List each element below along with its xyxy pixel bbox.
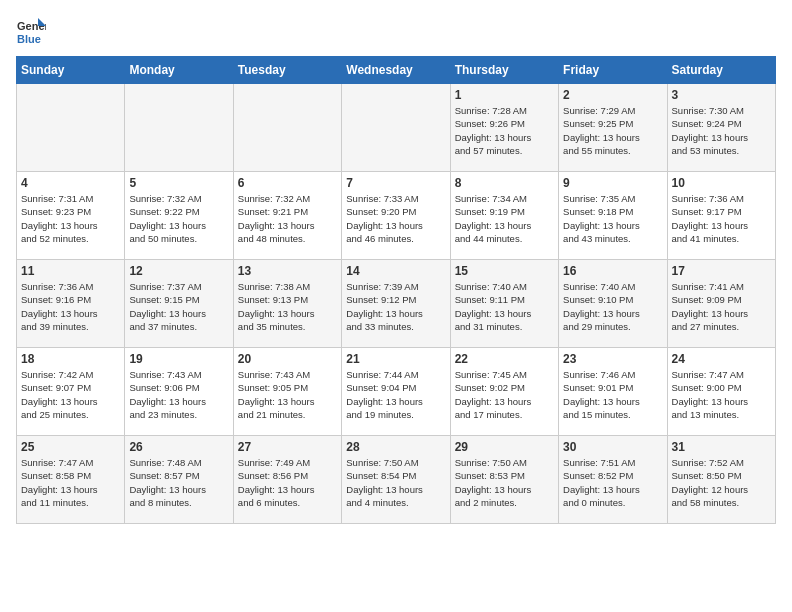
calendar-cell: 20Sunrise: 7:43 AM Sunset: 9:05 PM Dayli… — [233, 348, 341, 436]
day-number: 12 — [129, 264, 228, 278]
calendar-cell: 3Sunrise: 7:30 AM Sunset: 9:24 PM Daylig… — [667, 84, 775, 172]
day-info: Sunrise: 7:34 AM Sunset: 9:19 PM Dayligh… — [455, 192, 554, 245]
day-info: Sunrise: 7:48 AM Sunset: 8:57 PM Dayligh… — [129, 456, 228, 509]
calendar-cell: 17Sunrise: 7:41 AM Sunset: 9:09 PM Dayli… — [667, 260, 775, 348]
day-header-thursday: Thursday — [450, 57, 558, 84]
day-headers-row: SundayMondayTuesdayWednesdayThursdayFrid… — [17, 57, 776, 84]
day-header-friday: Friday — [559, 57, 667, 84]
calendar-cell: 14Sunrise: 7:39 AM Sunset: 9:12 PM Dayli… — [342, 260, 450, 348]
calendar-cell: 21Sunrise: 7:44 AM Sunset: 9:04 PM Dayli… — [342, 348, 450, 436]
day-info: Sunrise: 7:39 AM Sunset: 9:12 PM Dayligh… — [346, 280, 445, 333]
day-number: 31 — [672, 440, 771, 454]
day-info: Sunrise: 7:31 AM Sunset: 9:23 PM Dayligh… — [21, 192, 120, 245]
day-number: 3 — [672, 88, 771, 102]
day-number: 4 — [21, 176, 120, 190]
day-info: Sunrise: 7:51 AM Sunset: 8:52 PM Dayligh… — [563, 456, 662, 509]
day-info: Sunrise: 7:44 AM Sunset: 9:04 PM Dayligh… — [346, 368, 445, 421]
day-info: Sunrise: 7:41 AM Sunset: 9:09 PM Dayligh… — [672, 280, 771, 333]
logo-icon: General Blue — [16, 16, 46, 46]
day-number: 7 — [346, 176, 445, 190]
day-info: Sunrise: 7:30 AM Sunset: 9:24 PM Dayligh… — [672, 104, 771, 157]
day-number: 2 — [563, 88, 662, 102]
day-info: Sunrise: 7:38 AM Sunset: 9:13 PM Dayligh… — [238, 280, 337, 333]
day-number: 20 — [238, 352, 337, 366]
day-info: Sunrise: 7:43 AM Sunset: 9:05 PM Dayligh… — [238, 368, 337, 421]
day-header-saturday: Saturday — [667, 57, 775, 84]
day-info: Sunrise: 7:50 AM Sunset: 8:54 PM Dayligh… — [346, 456, 445, 509]
day-info: Sunrise: 7:40 AM Sunset: 9:11 PM Dayligh… — [455, 280, 554, 333]
calendar-cell: 1Sunrise: 7:28 AM Sunset: 9:26 PM Daylig… — [450, 84, 558, 172]
day-number: 8 — [455, 176, 554, 190]
header: General Blue — [16, 16, 776, 46]
calendar-cell: 27Sunrise: 7:49 AM Sunset: 8:56 PM Dayli… — [233, 436, 341, 524]
day-info: Sunrise: 7:43 AM Sunset: 9:06 PM Dayligh… — [129, 368, 228, 421]
calendar-cell: 10Sunrise: 7:36 AM Sunset: 9:17 PM Dayli… — [667, 172, 775, 260]
day-number: 21 — [346, 352, 445, 366]
day-number: 30 — [563, 440, 662, 454]
calendar-cell: 31Sunrise: 7:52 AM Sunset: 8:50 PM Dayli… — [667, 436, 775, 524]
day-number: 18 — [21, 352, 120, 366]
day-info: Sunrise: 7:42 AM Sunset: 9:07 PM Dayligh… — [21, 368, 120, 421]
day-info: Sunrise: 7:32 AM Sunset: 9:21 PM Dayligh… — [238, 192, 337, 245]
calendar-cell: 25Sunrise: 7:47 AM Sunset: 8:58 PM Dayli… — [17, 436, 125, 524]
day-number: 6 — [238, 176, 337, 190]
day-info: Sunrise: 7:46 AM Sunset: 9:01 PM Dayligh… — [563, 368, 662, 421]
calendar-cell — [233, 84, 341, 172]
day-info: Sunrise: 7:33 AM Sunset: 9:20 PM Dayligh… — [346, 192, 445, 245]
calendar-cell: 18Sunrise: 7:42 AM Sunset: 9:07 PM Dayli… — [17, 348, 125, 436]
day-info: Sunrise: 7:29 AM Sunset: 9:25 PM Dayligh… — [563, 104, 662, 157]
day-info: Sunrise: 7:45 AM Sunset: 9:02 PM Dayligh… — [455, 368, 554, 421]
day-header-tuesday: Tuesday — [233, 57, 341, 84]
day-number: 17 — [672, 264, 771, 278]
day-header-monday: Monday — [125, 57, 233, 84]
calendar-cell: 19Sunrise: 7:43 AM Sunset: 9:06 PM Dayli… — [125, 348, 233, 436]
calendar-cell: 6Sunrise: 7:32 AM Sunset: 9:21 PM Daylig… — [233, 172, 341, 260]
calendar-cell — [17, 84, 125, 172]
day-info: Sunrise: 7:47 AM Sunset: 8:58 PM Dayligh… — [21, 456, 120, 509]
day-info: Sunrise: 7:28 AM Sunset: 9:26 PM Dayligh… — [455, 104, 554, 157]
day-number: 13 — [238, 264, 337, 278]
svg-text:Blue: Blue — [17, 33, 41, 45]
calendar-cell: 26Sunrise: 7:48 AM Sunset: 8:57 PM Dayli… — [125, 436, 233, 524]
day-info: Sunrise: 7:49 AM Sunset: 8:56 PM Dayligh… — [238, 456, 337, 509]
calendar-week-4: 18Sunrise: 7:42 AM Sunset: 9:07 PM Dayli… — [17, 348, 776, 436]
calendar-cell: 2Sunrise: 7:29 AM Sunset: 9:25 PM Daylig… — [559, 84, 667, 172]
day-number: 23 — [563, 352, 662, 366]
day-number: 5 — [129, 176, 228, 190]
calendar-cell: 24Sunrise: 7:47 AM Sunset: 9:00 PM Dayli… — [667, 348, 775, 436]
day-number: 9 — [563, 176, 662, 190]
calendar-cell: 30Sunrise: 7:51 AM Sunset: 8:52 PM Dayli… — [559, 436, 667, 524]
calendar-cell: 5Sunrise: 7:32 AM Sunset: 9:22 PM Daylig… — [125, 172, 233, 260]
calendar-cell: 23Sunrise: 7:46 AM Sunset: 9:01 PM Dayli… — [559, 348, 667, 436]
day-info: Sunrise: 7:32 AM Sunset: 9:22 PM Dayligh… — [129, 192, 228, 245]
calendar-week-1: 1Sunrise: 7:28 AM Sunset: 9:26 PM Daylig… — [17, 84, 776, 172]
calendar-cell: 7Sunrise: 7:33 AM Sunset: 9:20 PM Daylig… — [342, 172, 450, 260]
day-info: Sunrise: 7:36 AM Sunset: 9:17 PM Dayligh… — [672, 192, 771, 245]
calendar-week-3: 11Sunrise: 7:36 AM Sunset: 9:16 PM Dayli… — [17, 260, 776, 348]
day-number: 27 — [238, 440, 337, 454]
calendar-cell: 15Sunrise: 7:40 AM Sunset: 9:11 PM Dayli… — [450, 260, 558, 348]
calendar-week-5: 25Sunrise: 7:47 AM Sunset: 8:58 PM Dayli… — [17, 436, 776, 524]
day-number: 14 — [346, 264, 445, 278]
day-info: Sunrise: 7:40 AM Sunset: 9:10 PM Dayligh… — [563, 280, 662, 333]
calendar-cell — [125, 84, 233, 172]
calendar-cell: 29Sunrise: 7:50 AM Sunset: 8:53 PM Dayli… — [450, 436, 558, 524]
day-number: 16 — [563, 264, 662, 278]
day-info: Sunrise: 7:47 AM Sunset: 9:00 PM Dayligh… — [672, 368, 771, 421]
calendar-cell: 9Sunrise: 7:35 AM Sunset: 9:18 PM Daylig… — [559, 172, 667, 260]
day-info: Sunrise: 7:36 AM Sunset: 9:16 PM Dayligh… — [21, 280, 120, 333]
calendar-table: SundayMondayTuesdayWednesdayThursdayFrid… — [16, 56, 776, 524]
day-header-sunday: Sunday — [17, 57, 125, 84]
day-number: 22 — [455, 352, 554, 366]
calendar-cell: 4Sunrise: 7:31 AM Sunset: 9:23 PM Daylig… — [17, 172, 125, 260]
day-number: 19 — [129, 352, 228, 366]
day-header-wednesday: Wednesday — [342, 57, 450, 84]
day-number: 24 — [672, 352, 771, 366]
calendar-cell: 28Sunrise: 7:50 AM Sunset: 8:54 PM Dayli… — [342, 436, 450, 524]
day-number: 25 — [21, 440, 120, 454]
day-number: 1 — [455, 88, 554, 102]
day-info: Sunrise: 7:52 AM Sunset: 8:50 PM Dayligh… — [672, 456, 771, 509]
day-number: 29 — [455, 440, 554, 454]
day-info: Sunrise: 7:37 AM Sunset: 9:15 PM Dayligh… — [129, 280, 228, 333]
day-number: 28 — [346, 440, 445, 454]
